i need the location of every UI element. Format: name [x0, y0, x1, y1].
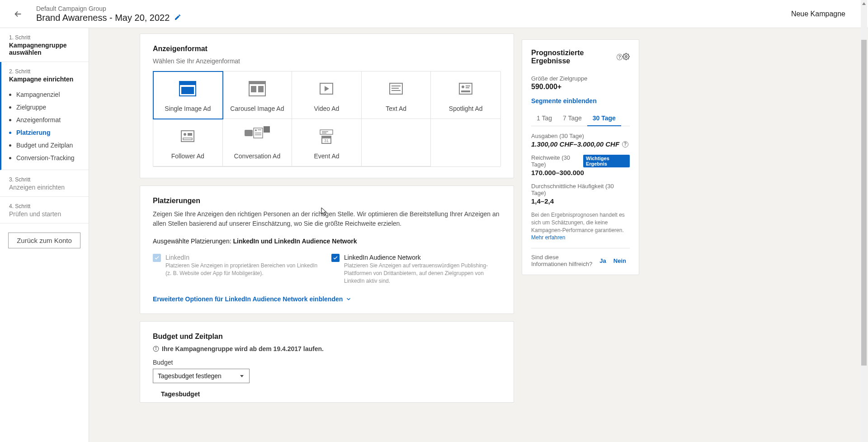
edit-campaign-name-button[interactable] [174, 13, 181, 23]
substep-zielgruppe[interactable]: Zielgruppe [9, 101, 80, 114]
placements-selected-value: LinkedIn und LinkedIn Audience Network [233, 238, 357, 245]
left-sidebar: 1. Schritt Kampagnengruppe auswählen 2. … [0, 28, 89, 442]
step-label: 2. Schritt [9, 68, 80, 75]
substep-conversion[interactable]: Conversion-Tracking [9, 152, 80, 164]
step-title: Prüfen und starten [9, 210, 80, 218]
conversation-ad-icon [245, 126, 270, 146]
expand-link-text: Erweiterte Optionen für LinkedIn Audienc… [153, 295, 343, 303]
svg-rect-1 [179, 81, 196, 85]
step-title: Kampagne einrichten [9, 76, 80, 83]
show-segments-link[interactable]: Segmente einblenden [531, 97, 630, 105]
caret-down-icon [239, 373, 245, 379]
placement-linkedin: LinkedIn Platzieren Sie Anzeigen in prop… [153, 254, 322, 285]
format-event[interactable]: 31 Event Ad [292, 119, 362, 166]
tab-1-day[interactable]: 1 Tag [531, 112, 557, 126]
placements-title: Platzierungen [153, 197, 501, 205]
chevron-down-icon [345, 296, 352, 302]
budget-info-text: Ihre Kampagnengruppe wird ab dem 19.4.20… [162, 345, 324, 352]
step-2[interactable]: 2. Schritt Kampagne einrichten Kampagnen… [0, 62, 89, 170]
forecast-title-row: Prognostizierte Ergebnisse ? [531, 49, 623, 65]
header-titles: Default Campaign Group Brand Awareness -… [36, 5, 791, 23]
reach-value: 170.000–300.000 [531, 169, 584, 176]
format-video[interactable]: Video Ad [292, 71, 362, 119]
helpful-feedback: Sind diese Informationen hilfreich? Ja N… [531, 248, 630, 267]
help-icon[interactable]: ? [622, 141, 628, 147]
expand-audience-network-options[interactable]: Erweiterte Optionen für LinkedIn Audienc… [153, 295, 352, 303]
campaign-name: Brand Awareness - May 20, 2022 [36, 13, 170, 23]
budget-info-line: Ihre Kampagnengruppe wird ab dem 19.4.20… [153, 345, 501, 352]
tab-7-days[interactable]: 7 Tage [557, 112, 587, 126]
info-icon [153, 346, 159, 352]
forecast-panel: Prognostizierte Ergebnisse ? Größe der Z… [522, 39, 639, 275]
placement-option-title: LinkedIn [165, 254, 322, 261]
placements-selected-label: Ausgewählte Platzierungen: [153, 238, 233, 245]
reach-label: Reichweite (30 Tage) [531, 154, 580, 168]
help-icon[interactable]: ? [617, 54, 623, 60]
substep-anzeigenformat[interactable]: Anzeigenformat [9, 114, 80, 126]
video-ad-icon [317, 79, 335, 99]
new-campaign-link[interactable]: Neue Kampagne [791, 10, 859, 18]
placements-selected-line: Ausgewählte Platzierungen: LinkedIn und … [153, 238, 501, 245]
spend-value: 1.300,00 CHF–3.000,00 CHF [531, 140, 619, 148]
checkbox-audience-network[interactable] [331, 254, 340, 262]
svg-rect-28 [264, 126, 270, 133]
campaign-group-name: Default Campaign Group [36, 5, 791, 13]
select-value: Tagesbudget festlegen [158, 372, 222, 380]
svg-point-19 [184, 133, 186, 136]
step-4[interactable]: 4. Schritt Prüfen und starten [0, 197, 89, 223]
placements-description: Zeigen Sie Ihre Anzeigen den richtigen P… [153, 209, 501, 228]
step-1[interactable]: 1. Schritt Kampagnengruppe auswählen [0, 28, 89, 62]
budget-type-select[interactable]: Tagesbudget festlegen [153, 369, 250, 383]
format-follower[interactable]: Follower Ad [153, 119, 223, 166]
check-icon [154, 255, 160, 261]
helpful-yes[interactable]: Ja [596, 257, 609, 264]
format-label: Conversation Ad [234, 152, 281, 160]
step-3[interactable]: 3. Schritt Anzeigen einrichten [0, 170, 89, 197]
substep-kampagnenziel[interactable]: Kampagnenziel [9, 88, 80, 101]
scroll-up-arrow[interactable] [861, 1, 867, 6]
frequency-stat: Durchschnittliche Häufigkeit (30 Tage) 1… [531, 183, 630, 205]
helpful-no[interactable]: Nein [610, 257, 630, 264]
main-content: Anzeigenformat Wählen Sie Ihr Anzeigenfo… [89, 28, 868, 442]
format-label: Spotlight Ad [449, 105, 483, 112]
format-single-image[interactable]: Single Image Ad [153, 71, 223, 119]
svg-point-14 [462, 86, 464, 88]
substep-list: Kampagnenziel Zielgruppe Anzeigenformat … [9, 88, 80, 164]
svg-rect-13 [459, 83, 472, 94]
format-carousel[interactable]: Carousel Image Ad [223, 71, 292, 119]
audience-size-label: Größe der Zielgruppe [531, 75, 630, 82]
format-text[interactable]: Text Ad [362, 71, 431, 119]
reach-stat: Reichweite (30 Tage) Wichtiges Ergebnis … [531, 154, 630, 176]
placement-option-desc: Platzieren Sie Anzeigen auf vertrauenswü… [344, 262, 501, 285]
text-ad-icon [387, 79, 405, 99]
back-arrow-button[interactable] [9, 5, 27, 23]
ad-format-title: Anzeigenformat [153, 45, 501, 53]
substep-platzierung[interactable]: Platzierung [9, 126, 80, 139]
svg-rect-4 [249, 81, 265, 84]
format-spotlight[interactable]: Spotlight Ad [431, 71, 500, 119]
audience-size-value: 590.000+ [531, 83, 630, 91]
scrollbar-track[interactable] [861, 0, 867, 442]
learn-more-link[interactable]: Mehr erfahren [531, 234, 565, 241]
caret-up-icon [862, 1, 866, 6]
top-header: Default Campaign Group Brand Awareness -… [0, 0, 868, 28]
format-label: Single Image Ad [165, 105, 211, 112]
daily-budget-label: Tagesbudget [161, 390, 501, 398]
substep-budget[interactable]: Budget und Zeitplan [9, 139, 80, 152]
back-to-account-button[interactable]: Zurück zum Konto [8, 233, 80, 248]
forecast-settings-button[interactable] [623, 53, 630, 62]
format-conversation[interactable]: Conversation Ad [223, 119, 292, 166]
tab-30-days[interactable]: 30 Tage [587, 112, 621, 126]
frequency-label: Durchschnittliche Häufigkeit (30 Tage) [531, 183, 630, 196]
svg-rect-5 [251, 86, 256, 92]
placement-options: LinkedIn Platzieren Sie Anzeigen in prop… [153, 254, 501, 285]
scrollbar-thumb[interactable] [861, 40, 867, 366]
step-title: Anzeigen einrichten [9, 184, 80, 191]
disclaimer-text: Bei den Ergebnisprognosen handelt es sic… [531, 212, 625, 233]
svg-rect-22 [245, 130, 253, 136]
svg-point-24 [255, 129, 257, 131]
format-empty [431, 119, 500, 166]
check-icon [333, 255, 338, 261]
placement-option-desc: Platzieren Sie Anzeigen in proprietären … [165, 262, 322, 277]
arrow-left-icon [13, 9, 23, 19]
